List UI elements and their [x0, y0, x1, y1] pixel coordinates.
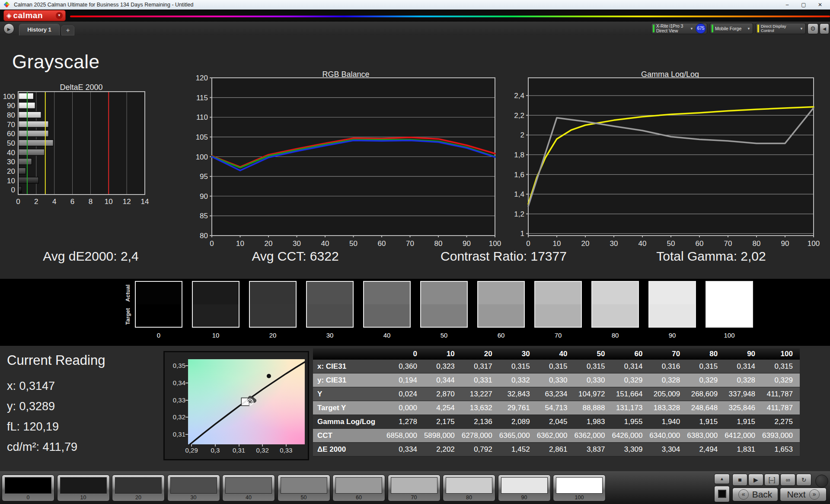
svg-text:1,6: 1,6	[514, 171, 524, 179]
back-button[interactable]: « Back	[732, 488, 778, 501]
table-value-cell: 2,275	[762, 415, 800, 429]
app-icon	[3, 1, 10, 7]
svg-text:10: 10	[553, 239, 561, 248]
table-value-cell: 3,837	[575, 443, 612, 456]
stop-square-icon	[718, 490, 726, 498]
svg-text:80: 80	[753, 239, 761, 248]
cie-chart	[188, 359, 305, 444]
svg-text:70: 70	[7, 121, 15, 129]
pattern-level-button[interactable]: 0	[2, 475, 54, 501]
table-value-cell: 0,194	[386, 373, 424, 387]
svg-text:40: 40	[7, 149, 15, 157]
measurement-table: 0102030405060708090100x: CIE310,3600,323…	[313, 348, 800, 456]
svg-text:0: 0	[526, 239, 530, 248]
pattern-level-button[interactable]: 90	[498, 475, 551, 501]
pattern-level-label: 80	[443, 494, 495, 501]
meter-line2: Direct View	[656, 29, 686, 33]
meter-dropdown-xrite[interactable]: X-Rite i1Pro 3 Direct View ▼ 675	[651, 23, 707, 34]
table-value-cell: 2,494	[687, 443, 725, 456]
table-value-cell: 54,713	[537, 401, 575, 415]
next-button[interactable]: Next »	[780, 488, 827, 501]
calman-window: Calman 2025 Calman Ultimate for Business…	[0, 0, 830, 504]
swatch-target-half	[421, 304, 467, 327]
svg-text:0: 0	[210, 239, 214, 248]
table-value-cell: 1,831	[725, 443, 762, 456]
actual-row-label: Actual	[124, 280, 131, 306]
tab-scroll-button[interactable]: ▶	[3, 23, 14, 34]
svg-text:95: 95	[200, 172, 208, 181]
play-button[interactable]: ▶	[748, 474, 763, 486]
pattern-level-label: 60	[333, 494, 385, 501]
record-indicator[interactable]	[815, 475, 828, 488]
expand-up-button[interactable]: ▲	[714, 474, 730, 484]
table-column-header: 100	[762, 348, 800, 360]
reading-x: x: 0,3147	[7, 380, 55, 393]
source-label: Mobile Forge	[715, 26, 741, 31]
add-tab-button[interactable]: +	[61, 26, 74, 35]
display-control-dropdown[interactable]: Direct Display Control ▼	[756, 23, 806, 34]
next-label: Next	[787, 489, 805, 500]
tab-history-1[interactable]: History 1	[19, 24, 60, 35]
pattern-source-dropdown[interactable]: Mobile Forge ▼	[710, 23, 753, 34]
svg-text:0: 0	[11, 186, 15, 194]
pattern-level-button[interactable]: 100	[553, 475, 606, 501]
svg-text:14: 14	[141, 198, 149, 206]
svg-text:40: 40	[638, 239, 647, 248]
grayscale-swatch	[534, 281, 582, 328]
svg-text:20: 20	[7, 167, 15, 175]
pattern-level-label: 40	[223, 494, 275, 501]
pattern-level-button[interactable]: 60	[332, 475, 385, 501]
pattern-level-button[interactable]: 80	[443, 475, 495, 501]
loop-button[interactable]: ∞	[780, 474, 795, 486]
swatch-level-label: 100	[705, 332, 754, 339]
table-value-cell: 29,761	[499, 401, 537, 415]
stop-measure-button[interactable]	[714, 486, 730, 502]
status-indicator	[712, 25, 713, 32]
settings-button[interactable]: ⚙	[808, 23, 818, 34]
page-title: Grayscale	[12, 51, 100, 73]
svg-text:6: 6	[70, 198, 74, 206]
pattern-level-button[interactable]: 70	[388, 475, 441, 501]
swatch-actual-half	[649, 282, 695, 304]
meter-line1: X-Rite i1Pro 3	[656, 24, 686, 29]
pattern-level-button[interactable]: 30	[167, 475, 220, 501]
table-value-cell: 6365,000	[499, 429, 537, 443]
table-value-cell: 248,648	[687, 401, 725, 415]
swatch-actual-half	[592, 282, 638, 304]
cie-y-tick	[185, 383, 188, 383]
pattern-level-button[interactable]: 50	[278, 475, 330, 501]
svg-text:90: 90	[7, 102, 15, 110]
cie-y-tick-label: 0,35	[166, 362, 185, 369]
tab-bar: ▶ History 1 + X-Rite i1Pro 3 Direct View…	[0, 22, 830, 35]
table-column-header: 40	[537, 348, 575, 360]
swatch-actual-half	[478, 282, 524, 304]
table-column-header: 60	[612, 348, 649, 360]
pattern-swatch	[5, 477, 51, 494]
pattern-level-button[interactable]: 40	[222, 475, 275, 501]
cie-y-tick	[185, 417, 188, 418]
maximize-button[interactable]: ▢	[795, 0, 812, 10]
table-value-cell: 0,360	[386, 360, 424, 373]
minimize-button[interactable]: –	[779, 0, 795, 10]
svg-text:30: 30	[610, 239, 618, 248]
pattern-level-button[interactable]: 20	[112, 475, 165, 501]
refresh-button[interactable]: ↻	[796, 474, 811, 486]
collapse-panel-button[interactable]: ◀	[820, 23, 829, 34]
table-value-cell: 268,609	[687, 387, 725, 401]
stop-button[interactable]: ■	[732, 474, 747, 486]
table-value-cell: 6362,000	[575, 429, 612, 443]
table-value-cell: 2,861	[537, 443, 575, 456]
pattern-level-label: 0	[2, 494, 54, 501]
swatch-level-label: 80	[591, 332, 640, 339]
table-value-cell: 0,328	[649, 373, 687, 387]
gamma-chart: 11,21,41,61,822,22,401020304050607080901…	[510, 77, 830, 252]
svg-text:80: 80	[434, 239, 443, 248]
pattern-level-button[interactable]: 10	[57, 475, 110, 501]
pattern-swatch	[335, 477, 382, 494]
table-value-cell: 1,278	[386, 415, 424, 429]
table-value-cell: 6412,000	[725, 429, 762, 443]
calman-menu-button[interactable]: ◈ calman ▼	[3, 10, 66, 21]
close-button[interactable]: ✕	[812, 0, 828, 10]
svg-text:10: 10	[236, 239, 244, 248]
interval-button[interactable]: [–]	[764, 474, 779, 486]
